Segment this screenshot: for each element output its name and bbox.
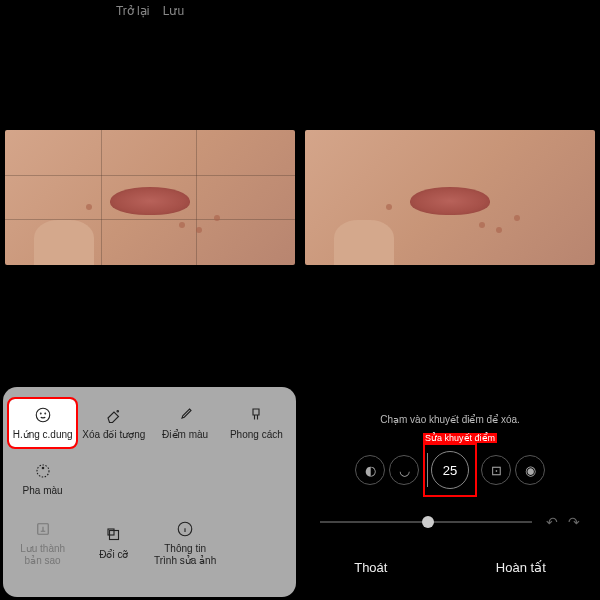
eraser-icon (104, 405, 124, 425)
svg-point-0 (36, 408, 50, 422)
tool-editor-info[interactable]: Thông tin Trình sửa ảnh (152, 513, 219, 573)
brush-size-indicator[interactable]: 25 (431, 451, 469, 489)
tool-style[interactable]: Phong cách (223, 399, 290, 447)
tool-person[interactable]: ⊡ (481, 455, 511, 485)
hint-text: Chạm vào khuyết điểm để xóa. (300, 414, 600, 425)
brush-icon (246, 405, 266, 425)
tool-erase-object[interactable]: Xóa đối tượng (80, 399, 147, 447)
face-hand (334, 220, 394, 265)
info-icon (175, 519, 195, 539)
tool-label: Pha màu (23, 485, 63, 497)
tool-label: Thông tin Trình sửa ảnh (154, 543, 217, 567)
undo-button[interactable]: ↶ (546, 514, 558, 530)
slider-thumb[interactable] (422, 516, 434, 528)
header-bar: Trở lại Lưu (0, 0, 300, 24)
tool-save-copy[interactable]: Lưu thành bản sao (9, 513, 76, 573)
face-lips (110, 187, 190, 215)
tool-portrait-effect[interactable]: H.ứng c.dung (9, 399, 76, 447)
resize-icon (104, 525, 124, 545)
brush-size-label: Sửa khuyết điểm (423, 433, 497, 443)
face-hand (34, 220, 94, 265)
done-button[interactable]: Hoàn tất (496, 560, 546, 575)
tool-color-mix[interactable]: Pha màu (9, 455, 76, 503)
tool-label: H.ứng c.dung (13, 429, 73, 441)
tool-eye[interactable]: ◉ (515, 455, 545, 485)
face-lips (410, 187, 490, 215)
tool-smile[interactable]: ◡ (389, 455, 419, 485)
eyedropper-icon (175, 405, 195, 425)
redo-button[interactable]: ↷ (568, 514, 580, 530)
slider-row: ↶ ↷ (320, 514, 580, 530)
tool-label: Phong cách (230, 429, 283, 441)
svg-point-3 (117, 411, 119, 413)
tool-label: Đổi cỡ (99, 549, 128, 561)
save-icon (33, 519, 53, 539)
tool-resize[interactable]: Đổi cỡ (80, 513, 147, 573)
person-icon: ⊡ (491, 463, 502, 478)
intensity-slider[interactable] (320, 521, 532, 523)
tool-contrast[interactable]: ◐ (355, 455, 385, 485)
svg-point-5 (42, 467, 44, 469)
eye-icon: ◉ (525, 463, 536, 478)
svg-point-1 (40, 413, 41, 414)
face-icon (33, 405, 53, 425)
tool-label: Điểm màu (162, 429, 208, 441)
save-link[interactable]: Lưu (163, 4, 184, 18)
photo-preview-left[interactable] (5, 130, 295, 265)
svg-rect-8 (108, 529, 114, 535)
photo-preview-right[interactable] (305, 130, 595, 265)
tool-label: Xóa đối tượng (82, 429, 145, 441)
half-circle-icon: ◐ (365, 463, 376, 478)
palette-icon (33, 461, 53, 481)
tool-label: Lưu thành bản sao (11, 543, 74, 567)
retouch-toolbar: ◐ ◡ Sửa khuyết điểm 25 ⊡ ◉ (300, 443, 600, 497)
brush-size-value: 25 (443, 463, 457, 478)
brush-size-highlight: Sửa khuyết điểm 25 (423, 443, 477, 497)
tool-panel: H.ứng c.dung Xóa đối tượng Điểm màu (3, 387, 296, 597)
smile-icon: ◡ (399, 463, 410, 478)
svg-point-2 (45, 413, 46, 414)
exit-button[interactable]: Thoát (354, 560, 387, 575)
tool-spot-color[interactable]: Điểm màu (152, 399, 219, 447)
back-link[interactable]: Trở lại (116, 4, 150, 18)
